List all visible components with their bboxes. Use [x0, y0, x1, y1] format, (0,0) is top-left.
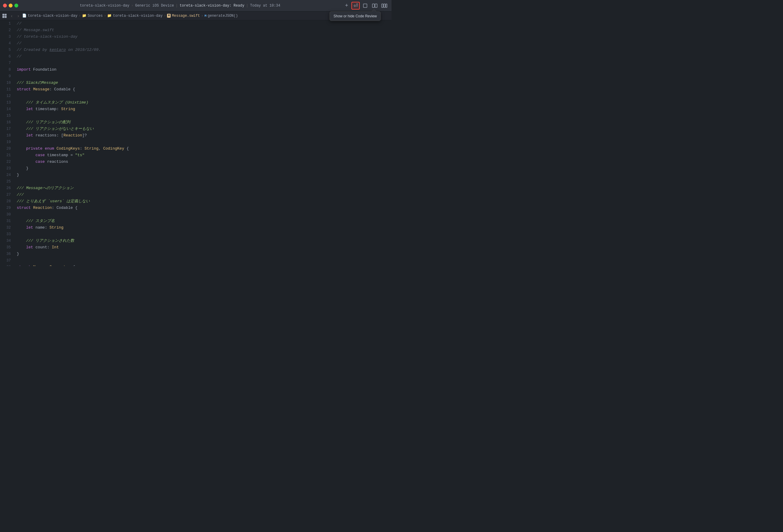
- project-name: toreta-slack-vision-day: [80, 4, 130, 8]
- code-line: 22 case reactions: [0, 159, 392, 165]
- code-line: 38 struct MessageGenerator {: [0, 264, 392, 266]
- code-line: 5 // Created by kentaro on 2019/12/09.: [0, 47, 392, 53]
- code-line: 4 //: [0, 40, 392, 47]
- code-line: 21 case timestamp = "ts": [0, 152, 392, 159]
- breadcrumb-sources[interactable]: 📁 Sources: [82, 13, 103, 18]
- code-line: 26 /// Messageへのリアクション: [0, 185, 392, 192]
- svg-rect-3: [382, 4, 383, 7]
- code-line: 23 }: [0, 165, 392, 172]
- app-window: toreta-slack-vision-day › Generic iOS De…: [0, 0, 392, 266]
- code-line: 19: [0, 139, 392, 145]
- main-content: 1 // 2 // Message.swift 3 // toreta-slac…: [0, 20, 392, 266]
- code-line: 35 let count: Int: [0, 244, 392, 251]
- code-line: 36 }: [0, 251, 392, 257]
- device-name: Generic iOS Device: [135, 4, 174, 8]
- svg-rect-2: [375, 4, 377, 7]
- breadcrumb-file[interactable]: M Message.swift: [167, 14, 200, 18]
- title-bar: toreta-slack-vision-day › Generic iOS De…: [0, 0, 392, 11]
- code-review-tooltip: Show or hide Code Review: [330, 11, 381, 21]
- code-line: 18 let reactions: [Reaction]?: [0, 132, 392, 139]
- code-line: 14 let timestamp: String: [0, 106, 392, 112]
- code-line: 17 /// リアクションがないとキーもない: [0, 126, 392, 132]
- sep3: ›: [164, 14, 166, 18]
- single-pane-button[interactable]: [361, 2, 369, 9]
- code-line: 24 }: [0, 172, 392, 178]
- title-bar-actions: + ⏎: [342, 2, 388, 9]
- title-bar-center: toreta-slack-vision-day › Generic iOS De…: [21, 4, 339, 8]
- code-line: 29 struct Reaction: Codable {: [0, 205, 392, 211]
- code-line: 9: [0, 73, 392, 79]
- code-line: 15: [0, 112, 392, 119]
- code-line: 16 /// リアクションの配列: [0, 119, 392, 126]
- code-line: 25: [0, 178, 392, 185]
- swift-file-icon: M: [167, 14, 170, 18]
- code-line: 32 let name: String: [0, 224, 392, 231]
- svg-rect-1: [372, 4, 374, 7]
- code-line: 10 /// SlackのMessage: [0, 79, 392, 86]
- code-review-button[interactable]: ⏎: [351, 2, 360, 9]
- code-content[interactable]: 1 // 2 // Message.swift 3 // toreta-slac…: [0, 20, 392, 266]
- svg-rect-0: [363, 4, 367, 7]
- code-line: 11 struct Message: Codable {: [0, 86, 392, 93]
- code-line: 27 ///: [0, 192, 392, 198]
- title-sep3: |: [246, 4, 248, 8]
- sep1: ›: [79, 14, 81, 18]
- breadcrumb-nav: [2, 14, 7, 18]
- code-line: 12: [0, 93, 392, 99]
- svg-rect-4: [384, 4, 385, 7]
- minimize-button[interactable]: [9, 4, 12, 7]
- code-line: 1 //: [0, 20, 392, 27]
- title-sep2: |: [176, 4, 178, 8]
- window-controls: [3, 4, 18, 7]
- sep2: ›: [104, 14, 106, 18]
- multi-pane-button[interactable]: [380, 2, 388, 9]
- code-line: 7: [0, 60, 392, 66]
- code-line: 31 /// スタンプ名: [0, 218, 392, 224]
- struct-icon: M: [205, 14, 207, 18]
- code-line: 6 //: [0, 53, 392, 60]
- code-line: 34 /// リアクションされた数: [0, 238, 392, 244]
- back-button[interactable]: ‹: [9, 13, 14, 19]
- close-button[interactable]: [3, 4, 7, 7]
- split-pane-button[interactable]: [371, 2, 379, 9]
- maximize-button[interactable]: [14, 4, 18, 7]
- grid-view-icon: [2, 14, 7, 18]
- status-text: toreta-slack-vision-day: Ready: [180, 4, 244, 8]
- sources-folder-icon: 📁: [82, 13, 87, 18]
- code-line: 33: [0, 231, 392, 238]
- code-line: 20 private enum CodingKeys: String, Codi…: [0, 145, 392, 152]
- breadcrumb-func[interactable]: M generateJSON(): [205, 14, 238, 18]
- code-line: 3 // toreta-slack-vision-day: [0, 34, 392, 40]
- code-line: 28 /// とりあえず `users` は定義しない: [0, 198, 392, 205]
- time-text: Today at 10:34: [250, 4, 280, 8]
- code-line: 8 import Foundation: [0, 66, 392, 73]
- code-line: 13 /// タイムスタンプ (Unixtime): [0, 99, 392, 106]
- subfolder-icon: 📁: [107, 13, 112, 18]
- add-button[interactable]: +: [343, 2, 350, 9]
- code-editor: 1 // 2 // Message.swift 3 // toreta-slac…: [0, 20, 392, 266]
- breadcrumb-project[interactable]: 📄 toreta-slack-vision-day: [22, 13, 77, 18]
- code-line: 30: [0, 211, 392, 218]
- project-file-icon: 📄: [22, 13, 27, 18]
- code-line: 2 // Message.swift: [0, 27, 392, 34]
- title-sep1: ›: [131, 4, 133, 8]
- svg-rect-5: [386, 4, 387, 7]
- forward-button[interactable]: ›: [15, 13, 21, 19]
- sep4: ›: [201, 14, 203, 18]
- code-line: 37: [0, 257, 392, 264]
- breadcrumb-subfolder[interactable]: 📁 toreta-slack-vision-day: [107, 13, 162, 18]
